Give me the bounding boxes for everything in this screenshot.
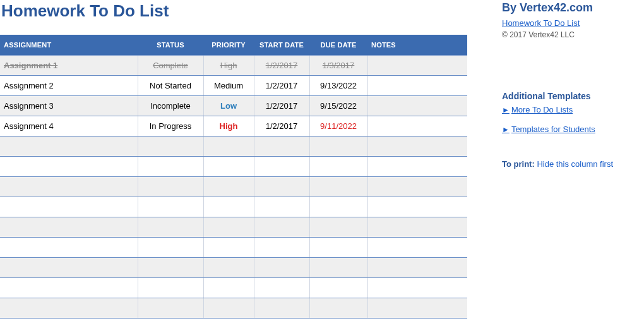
sidebar-link-students-label: Templates for Students: [511, 125, 595, 134]
cell-start-date[interactable]: [254, 278, 309, 298]
cell-status[interactable]: [138, 278, 203, 298]
cell-status[interactable]: Incomplete: [138, 96, 203, 116]
cell-priority[interactable]: [203, 137, 254, 157]
cell-assignment[interactable]: [0, 298, 138, 319]
cell-due-date[interactable]: [309, 197, 367, 217]
table-row[interactable]: Assignment 1CompleteHigh1/2/20171/3/2017: [0, 56, 467, 76]
cell-status[interactable]: [138, 217, 203, 238]
table-header-row: Assignment Status Priority Start Date Du…: [0, 35, 467, 56]
cell-status[interactable]: [138, 258, 203, 278]
cell-due-date[interactable]: [309, 177, 367, 197]
cell-status[interactable]: [138, 197, 203, 217]
cell-notes[interactable]: [367, 96, 467, 116]
cell-notes[interactable]: [367, 258, 467, 278]
table-row-empty[interactable]: [0, 238, 467, 258]
cell-start-date[interactable]: 1/2/2017: [254, 96, 309, 116]
cell-start-date[interactable]: [254, 238, 309, 258]
sidebar-title-link[interactable]: Homework To Do List: [502, 18, 580, 28]
cell-due-date[interactable]: [309, 278, 367, 298]
cell-assignment[interactable]: [0, 238, 138, 258]
cell-notes[interactable]: [367, 197, 467, 217]
cell-due-date[interactable]: [309, 217, 367, 238]
sidebar-byline: By Vertex42.com: [502, 0, 636, 18]
cell-assignment[interactable]: Assignment 3: [0, 96, 138, 116]
cell-start-date[interactable]: [254, 197, 309, 217]
cell-status[interactable]: Not Started: [138, 76, 203, 96]
cell-assignment[interactable]: Assignment 2: [0, 76, 138, 96]
cell-due-date[interactable]: [309, 137, 367, 157]
cell-status[interactable]: [138, 298, 203, 319]
cell-priority[interactable]: [203, 258, 254, 278]
cell-assignment[interactable]: [0, 177, 138, 197]
cell-start-date[interactable]: 1/2/2017: [254, 116, 309, 137]
cell-assignment[interactable]: [0, 278, 138, 298]
cell-due-date[interactable]: [309, 258, 367, 278]
cell-assignment[interactable]: [0, 137, 138, 157]
col-header-start-date: Start Date: [254, 35, 309, 56]
cell-assignment[interactable]: [0, 197, 138, 217]
table-row-empty[interactable]: [0, 137, 467, 157]
cell-due-date[interactable]: [309, 298, 367, 319]
cell-start-date[interactable]: [254, 298, 309, 319]
cell-due-date[interactable]: [309, 157, 367, 177]
cell-priority[interactable]: [203, 177, 254, 197]
sidebar-link-students[interactable]: ►Templates for Students: [502, 125, 636, 134]
cell-assignment[interactable]: [0, 217, 138, 238]
cell-assignment[interactable]: [0, 258, 138, 278]
cell-priority[interactable]: Medium: [203, 76, 254, 96]
cell-notes[interactable]: [367, 217, 467, 238]
cell-status[interactable]: [138, 238, 203, 258]
cell-notes[interactable]: [367, 298, 467, 319]
cell-priority[interactable]: High: [203, 116, 254, 137]
cell-start-date[interactable]: 1/2/2017: [254, 76, 309, 96]
cell-priority[interactable]: [203, 278, 254, 298]
cell-start-date[interactable]: 1/2/2017: [254, 56, 309, 76]
col-header-priority: Priority: [203, 35, 254, 56]
cell-start-date[interactable]: [254, 217, 309, 238]
table-row[interactable]: Assignment 3IncompleteLow1/2/20179/15/20…: [0, 96, 467, 116]
cell-assignment[interactable]: [0, 157, 138, 177]
cell-notes[interactable]: [367, 238, 467, 258]
cell-priority[interactable]: [203, 157, 254, 177]
cell-priority[interactable]: [203, 197, 254, 217]
sidebar-copyright: © 2017 Vertex42 LLC: [502, 30, 636, 39]
cell-notes[interactable]: [367, 278, 467, 298]
cell-priority[interactable]: Low: [203, 96, 254, 116]
cell-notes[interactable]: [367, 116, 467, 137]
cell-notes[interactable]: [367, 157, 467, 177]
cell-due-date[interactable]: 9/15/2022: [309, 96, 367, 116]
cell-status[interactable]: [138, 137, 203, 157]
cell-notes[interactable]: [367, 137, 467, 157]
cell-priority[interactable]: High: [203, 56, 254, 76]
cell-start-date[interactable]: [254, 157, 309, 177]
cell-priority[interactable]: [203, 298, 254, 319]
table-row-empty[interactable]: [0, 278, 467, 298]
cell-start-date[interactable]: [254, 258, 309, 278]
cell-notes[interactable]: [367, 177, 467, 197]
cell-notes[interactable]: [367, 76, 467, 96]
table-row-empty[interactable]: [0, 157, 467, 177]
cell-start-date[interactable]: [254, 137, 309, 157]
cell-due-date[interactable]: 1/3/2017: [309, 56, 367, 76]
cell-status[interactable]: [138, 177, 203, 197]
table-row-empty[interactable]: [0, 298, 467, 319]
cell-due-date[interactable]: [309, 238, 367, 258]
cell-status[interactable]: Complete: [138, 56, 203, 76]
table-row-empty[interactable]: [0, 177, 467, 197]
cell-start-date[interactable]: [254, 177, 309, 197]
cell-due-date[interactable]: 9/13/2022: [309, 76, 367, 96]
table-row-empty[interactable]: [0, 217, 467, 238]
cell-due-date[interactable]: 9/11/2022: [309, 116, 367, 137]
table-row[interactable]: Assignment 2Not StartedMedium1/2/20179/1…: [0, 76, 467, 96]
table-row[interactable]: Assignment 4In ProgressHigh1/2/20179/11/…: [0, 116, 467, 137]
cell-priority[interactable]: [203, 217, 254, 238]
cell-notes[interactable]: [367, 56, 467, 76]
sidebar-link-more-todo[interactable]: ►More To Do Lists: [502, 105, 636, 114]
cell-status[interactable]: [138, 157, 203, 177]
table-row-empty[interactable]: [0, 258, 467, 278]
cell-status[interactable]: In Progress: [138, 116, 203, 137]
cell-priority[interactable]: [203, 238, 254, 258]
cell-assignment[interactable]: Assignment 4: [0, 116, 138, 137]
cell-assignment[interactable]: Assignment 1: [0, 56, 138, 76]
table-row-empty[interactable]: [0, 197, 467, 217]
